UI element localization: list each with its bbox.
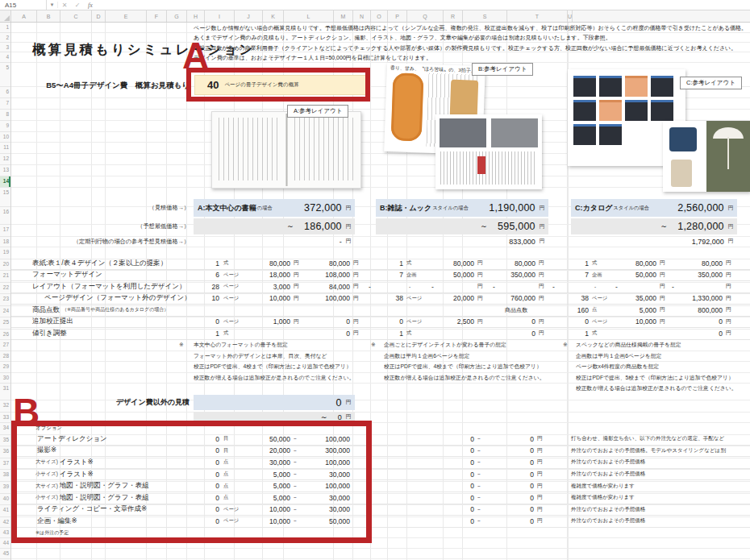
layout-c-label[interactable]: C:参考レイアウト (680, 77, 742, 89)
c-pre-label[interactable] (505, 270, 545, 281)
a-unit-cell[interactable]: 式 (223, 258, 248, 269)
row-header[interactable]: 26 (0, 330, 10, 341)
row-header[interactable]: 28 (0, 351, 10, 363)
column-header[interactable]: J (235, 10, 263, 22)
c-qty-cell[interactable]: 38 (550, 293, 589, 305)
c-pre-label[interactable] (505, 258, 545, 269)
a-unitprice-cell[interactable]: 3,000 (245, 281, 290, 292)
column-header[interactable]: M (334, 10, 353, 22)
section-c-note[interactable]: ページ数x4件程度の商品数を想定 (576, 362, 750, 373)
b-unitprice-cell[interactable]: - (429, 281, 474, 292)
c-unitprice-cell[interactable]: 5,000 (613, 305, 656, 316)
a-unitprice-cell[interactable] (245, 328, 290, 339)
select-all-corner[interactable] (0, 10, 11, 22)
section-a-note[interactable]: フォーマット外のデザインとは本扉、目次、奥付など (194, 351, 366, 362)
item-label[interactable]: フォーマットデザイン (32, 270, 105, 281)
c-unit-cell[interactable]: ページ (592, 317, 613, 328)
c-unit-cell[interactable]: 式 (592, 328, 613, 339)
c-total-cell[interactable]: 350,000 (669, 270, 723, 281)
row-header[interactable]: 5 (0, 63, 10, 87)
b-qty-cell[interactable]: 38 (366, 293, 403, 305)
row-header[interactable]: 16 (0, 207, 10, 225)
row-header[interactable]: 39 (0, 482, 10, 494)
b-unit-cell[interactable]: ページ (406, 293, 429, 305)
b-unit-cell[interactable]: 式 (406, 258, 429, 269)
cancel-icon[interactable]: ✕ (58, 2, 71, 9)
section-c-note[interactable]: スペックなどの商品仕様掲載の冊子を想定 (576, 340, 750, 351)
option-b-subtotal-max-cell[interactable]: 0 (492, 446, 534, 457)
c-unitprice-cell[interactable]: 50,000 (613, 270, 656, 281)
c-total-cell[interactable]: - (669, 281, 723, 292)
row-header[interactable]: 2 (0, 33, 10, 43)
option-b-subtotal-cell[interactable]: 0 (429, 504, 474, 516)
option-note[interactable]: 外注なのでおおよその予想価格 (571, 457, 748, 468)
layout-a-label[interactable]: A:参考レイアウト (287, 105, 348, 118)
option-note[interactable]: 複雑度で価格が変わります (571, 480, 748, 492)
column-header[interactable]: S (463, 10, 507, 22)
b-qty-cell[interactable]: 1 (366, 328, 403, 339)
a-total-cell[interactable] (305, 305, 350, 316)
row-header[interactable]: 7 (0, 98, 10, 110)
row-header[interactable]: 40 (0, 494, 10, 506)
option-b-subtotal-max-cell[interactable]: 0 (492, 504, 534, 516)
b-unit-cell[interactable]: 企画 (406, 270, 429, 281)
option-b-subtotal-cell[interactable]: 0 (429, 457, 474, 468)
section-b-note[interactable]: 校正数が増える場合は追加校正が足されるのでご注意ください。 (384, 372, 547, 384)
c-unit-cell[interactable]: 式 (592, 258, 613, 269)
row-header[interactable]: 37 (0, 458, 10, 471)
section-a-note[interactable]: 校正はPDFで提出、4校まで（印刷方法により追加で色校アリ） (194, 362, 366, 373)
row-header[interactable]: 45 (0, 549, 10, 559)
a-unitprice-cell[interactable]: 10,000 (245, 293, 290, 305)
a-total-cell[interactable]: 0 (305, 317, 350, 328)
section-b-periodical[interactable]: 833,000 (509, 238, 535, 246)
row-header[interactable]: 13 (0, 165, 10, 176)
a-qty-cell[interactable]: 1 (194, 258, 219, 269)
column-header[interactable]: B (37, 10, 60, 22)
a-unit-cell[interactable]: ページ (223, 270, 248, 281)
row-header[interactable]: 20 (0, 259, 10, 272)
row-header[interactable]: 30 (0, 373, 10, 384)
section-c-estimate-cell[interactable]: C:カタログスタイルの場合 2,560,000円 (571, 199, 737, 217)
column-header[interactable]: D (92, 10, 106, 22)
option-note[interactable]: 複雑度で価格が変わります (571, 492, 748, 504)
row-header[interactable]: 24 (0, 306, 10, 318)
confirm-icon[interactable]: ✓ (71, 2, 84, 9)
a-unitprice-cell[interactable]: 1,000 (245, 317, 290, 328)
row-header[interactable]: 43 (0, 528, 10, 538)
c-pre-label[interactable] (505, 328, 545, 339)
column-header[interactable]: R (444, 10, 463, 22)
row-header[interactable]: 3 (0, 43, 10, 52)
c-unitprice-cell[interactable] (613, 328, 656, 339)
c-qty-cell[interactable]: 0 (550, 317, 589, 328)
b-unit-cell[interactable] (406, 305, 429, 316)
row-header[interactable]: 8 (0, 110, 10, 121)
column-header[interactable]: P (388, 10, 407, 22)
a-qty-cell[interactable]: 0 (194, 317, 219, 328)
row-header[interactable]: 33 (0, 413, 10, 423)
c-qty-cell[interactable]: 160 (550, 305, 589, 316)
c-unitprice-cell[interactable]: 35,000 (613, 293, 656, 305)
b-unit-cell[interactable]: 式 (406, 328, 429, 339)
c-unit-cell[interactable]: ページ (592, 293, 613, 305)
b-unit-cell[interactable]: ページ (406, 317, 429, 328)
option-note[interactable]: 外注なのでおおよその予想価格 (571, 504, 748, 516)
column-header[interactable]: N (353, 10, 371, 22)
a-unitprice-cell[interactable] (245, 305, 290, 316)
a-qty-cell[interactable]: 1 (194, 328, 219, 339)
c-pre-label[interactable] (505, 293, 545, 305)
cell-name-box[interactable]: A15 (0, 0, 47, 10)
a-qty-cell[interactable]: 6 (194, 270, 219, 281)
option-b-subtotal-max-cell[interactable]: 0 (492, 433, 534, 445)
b-qty-cell[interactable]: 1 (366, 258, 403, 269)
row-header[interactable]: 32 (0, 400, 10, 413)
column-header[interactable]: E (106, 10, 147, 22)
column-header[interactable]: T (507, 10, 568, 22)
item-label[interactable]: 追加校正提出 (32, 317, 76, 328)
section-c-estimate[interactable]: 2,560,000 (677, 202, 723, 214)
row-header[interactable]: 6 (0, 87, 10, 98)
item-label[interactable]: レイアウト（フォーマットを利用したデザイン） (32, 281, 188, 292)
row-header[interactable]: 36 (0, 446, 10, 458)
a-unit-cell[interactable]: ページ (223, 317, 248, 328)
c-total-cell[interactable]: 0 (669, 317, 723, 328)
option-b-subtotal-cell[interactable]: 0 (429, 433, 474, 445)
